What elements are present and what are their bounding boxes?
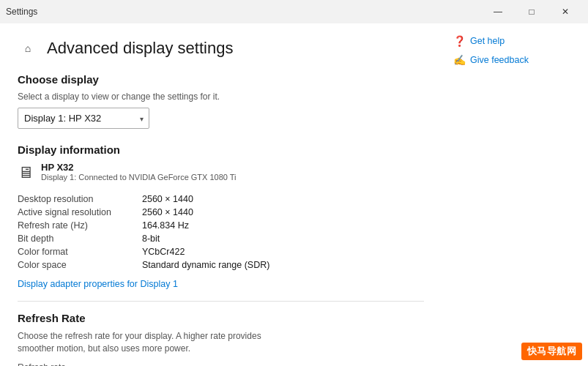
right-links: ❓ Get help ✍ Give feedback (453, 35, 576, 66)
right-panel: ❓ Get help ✍ Give feedback (442, 23, 588, 366)
display-info-title: Display information (18, 143, 424, 156)
refresh-rate-title: Refresh Rate (18, 312, 424, 324)
refresh-rate-label: Refresh rate (18, 362, 424, 366)
choose-display-title: Choose display (18, 73, 424, 86)
monitor-icon: 🖥 (18, 163, 34, 182)
info-value: 8-bit (142, 232, 269, 245)
choose-display-desc: Select a display to view or change the s… (18, 92, 424, 102)
info-label: Bit depth (18, 232, 142, 245)
display-select[interactable]: Display 1: HP X32 (18, 108, 149, 129)
info-value: YCbCr422 (142, 245, 269, 258)
monitor-name: HP X32 (41, 162, 237, 173)
get-help-label: Get help (470, 36, 505, 46)
home-icon: ⌂ (25, 42, 31, 54)
adapter-properties-link[interactable]: Display adapter properties for Display 1 (18, 279, 424, 289)
window-controls: — □ ✕ (481, 0, 582, 23)
info-value: 2560 × 1440 (142, 193, 269, 206)
get-help-icon: ❓ (453, 35, 466, 47)
table-row: Color formatYCbCr422 (18, 245, 269, 258)
page-title-row: ⌂ Advanced display settings (18, 38, 424, 59)
display-select-wrapper: Display 1: HP X32 ▾ (18, 108, 149, 129)
info-value: 2560 × 1440 (142, 206, 269, 219)
watermark: 快马导航网 (521, 343, 583, 360)
settings-content: ⌂ Advanced display settings Choose displ… (0, 23, 588, 366)
table-row: Desktop resolution2560 × 1440 (18, 193, 269, 206)
minimize-button[interactable]: — (481, 0, 515, 23)
refresh-rate-desc-line1: Choose the refresh rate for your display… (18, 331, 261, 341)
maximize-button[interactable]: □ (515, 0, 548, 23)
info-label: Refresh rate (Hz) (18, 219, 142, 232)
page-title: Advanced display settings (47, 39, 233, 58)
info-label: Color space (18, 258, 142, 272)
give-feedback-link[interactable]: ✍ Give feedback (453, 54, 576, 66)
refresh-rate-section: Refresh Rate Choose the refresh rate for… (18, 312, 424, 366)
info-label: Active signal resolution (18, 206, 142, 219)
section-divider (18, 301, 424, 302)
info-value: 164.834 Hz (142, 219, 269, 232)
table-row: Refresh rate (Hz)164.834 Hz (18, 219, 269, 232)
info-label: Desktop resolution (18, 193, 142, 206)
close-button[interactable]: ✕ (548, 0, 582, 23)
table-row: Color spaceStandard dynamic range (SDR) (18, 258, 269, 272)
info-value: Standard dynamic range (SDR) (142, 258, 269, 272)
give-feedback-icon: ✍ (453, 54, 466, 66)
display-info-section: Display information 🖥 HP X32 Display 1: … (18, 143, 424, 289)
get-help-link[interactable]: ❓ Get help (453, 35, 576, 47)
monitor-info-header: 🖥 HP X32 Display 1: Connected to NVIDIA … (18, 162, 424, 182)
choose-display-section: Choose display Select a display to view … (18, 73, 424, 129)
table-row: Active signal resolution2560 × 1440 (18, 206, 269, 219)
title-bar-app-name: Settings (6, 7, 37, 17)
title-bar: Settings — □ ✕ (0, 0, 588, 23)
display-info-table: Desktop resolution2560 × 1440Active sign… (18, 193, 269, 272)
home-button[interactable]: ⌂ (18, 38, 38, 59)
refresh-rate-desc-line2: smoother motion, but also uses more powe… (18, 343, 190, 354)
refresh-rate-desc: Choose the refresh rate for your display… (18, 330, 424, 355)
give-feedback-label: Give feedback (470, 55, 529, 65)
monitor-subtitle: Display 1: Connected to NVIDIA GeForce G… (41, 173, 237, 182)
info-label: Color format (18, 245, 142, 258)
table-row: Bit depth8-bit (18, 232, 269, 245)
main-panel: ⌂ Advanced display settings Choose displ… (0, 23, 442, 366)
